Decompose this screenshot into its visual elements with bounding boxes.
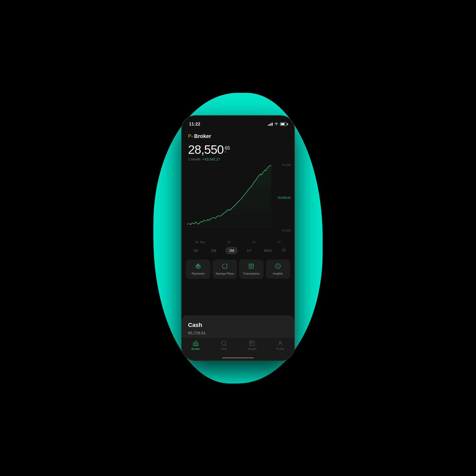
balance-change: • €3,542.17: [203, 157, 220, 161]
balance-display: 28,550 65 €: [188, 144, 288, 156]
chart-label-bottom: 24,500: [278, 229, 291, 232]
cash-title: Cash: [188, 322, 288, 329]
transactions-icon: [248, 263, 254, 270]
time-btn-max[interactable]: MAX: [260, 247, 276, 254]
balance-superscript: 65 €: [225, 146, 230, 153]
time-btn-1d[interactable]: 1D: [190, 247, 202, 254]
chart-date-1: 06. Mar: [195, 241, 205, 244]
signal-bars-icon: [268, 123, 273, 126]
logo-icon: P+: [188, 133, 193, 139]
insights-button[interactable]: Insights: [266, 260, 290, 279]
savings-plans-label: Savings Plans: [216, 272, 234, 275]
svg-rect-11: [250, 341, 254, 346]
savings-plans-icon: [222, 263, 228, 270]
chart-dates: 06. Mar 13 20 27: [182, 241, 294, 244]
price-chart[interactable]: 29,000 28,550.65 24,500: [182, 163, 294, 240]
screen-content: P+ Broker 28,550 65 € 1 month • €3,542.1…: [182, 129, 294, 361]
insights-label: Insights: [273, 272, 283, 275]
time-selector: 1D 1W 1M 1Y MAX: [182, 244, 294, 257]
phone-frame: 11:22 P+ Broker: [181, 115, 295, 361]
payments-label: Payments: [192, 272, 205, 275]
nav-item-wealth[interactable]: Wealth: [243, 340, 261, 350]
chart-date-2: 13: [227, 241, 230, 244]
find-icon: [221, 340, 227, 346]
wifi-icon: [274, 122, 278, 126]
profile-icon: [277, 340, 283, 346]
balance-section: 28,550 65 € 1 month • €3,542.17: [182, 141, 294, 161]
status-time: 11:22: [189, 122, 200, 127]
chart-settings-button[interactable]: [281, 247, 286, 254]
payments-icon: [195, 263, 201, 270]
status-bar: 11:22: [182, 116, 294, 129]
nav-item-broker[interactable]: Broker: [186, 340, 205, 350]
status-icons: [268, 122, 287, 126]
home-indicator: [222, 357, 254, 358]
balance-period: 1 month: [188, 157, 200, 161]
chart-label-current: 28,550.65: [278, 196, 291, 199]
nav-label-profile: Profile: [276, 347, 284, 350]
wealth-icon: [249, 340, 255, 346]
action-buttons-row: Payments Savings Plans: [182, 257, 294, 281]
balance-currency: €: [225, 150, 230, 153]
header-title: Broker: [194, 133, 211, 139]
app-header: P+ Broker: [182, 129, 294, 141]
chart-label-top: 29,000: [278, 163, 291, 167]
phone-wrapper: 11:22 P+ Broker: [181, 115, 295, 361]
nav-label-find: Find: [221, 347, 227, 350]
svg-point-12: [279, 341, 281, 343]
payments-button[interactable]: Payments: [186, 260, 210, 279]
cash-amount: €5,729.61: [188, 331, 288, 335]
transactions-label: Transactions: [243, 272, 260, 275]
cash-panel[interactable]: Cash €5,729.61: [182, 315, 294, 339]
balance-subtitle: 1 month • €3,542.17: [188, 157, 288, 161]
chart-date-3: 20: [252, 241, 255, 244]
transactions-button[interactable]: Transactions: [239, 260, 264, 279]
nav-item-profile[interactable]: Profile: [271, 340, 290, 350]
bottom-navigation: Broker Find Wealth: [182, 337, 294, 361]
savings-plans-button[interactable]: Savings Plans: [213, 260, 237, 279]
battery-icon: [280, 122, 287, 126]
nav-item-find[interactable]: Find: [215, 340, 233, 350]
time-btn-1m[interactable]: 1M: [225, 247, 238, 254]
balance-cents: 65: [225, 146, 230, 150]
time-btn-1w[interactable]: 1W: [207, 247, 220, 254]
svg-point-3: [283, 249, 284, 251]
chart-labels: 29,000 28,550.65 24,500: [278, 163, 291, 240]
balance-amount: 28,550: [188, 144, 224, 156]
nav-label-wealth: Wealth: [248, 347, 257, 350]
time-btn-1y[interactable]: 1Y: [243, 247, 255, 254]
nav-label-broker: Broker: [191, 347, 200, 350]
chart-date-4: 27: [277, 241, 281, 244]
insights-icon: [275, 263, 281, 270]
chart-svg: [184, 163, 292, 232]
broker-icon: [193, 340, 199, 346]
